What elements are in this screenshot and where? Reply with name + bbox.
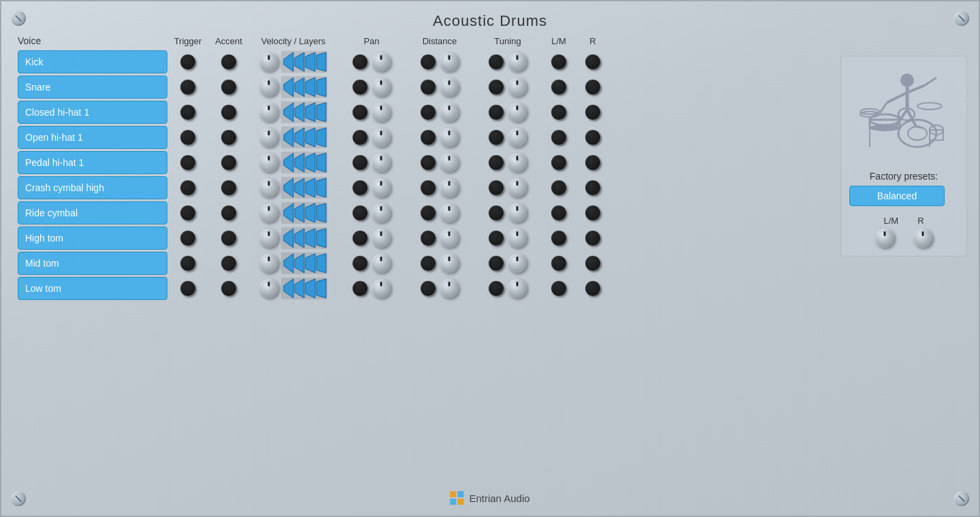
pan-small-8[interactable] [353, 256, 368, 271]
preset-balanced-button[interactable]: Balanced [849, 186, 945, 206]
pan-small-5[interactable] [353, 180, 368, 195]
tun-knob-9[interactable] [508, 279, 527, 298]
pan-small-6[interactable] [353, 205, 368, 220]
trigger-btn-3[interactable] [180, 130, 195, 145]
dist-small-0[interactable] [421, 54, 436, 69]
accent-btn-7[interactable] [221, 231, 236, 246]
velocity-knob-0[interactable] [259, 52, 278, 71]
tun-small-3[interactable] [489, 130, 504, 145]
r-btn-3[interactable] [585, 130, 600, 145]
trigger-btn-4[interactable] [180, 155, 195, 170]
tun-knob-3[interactable] [508, 128, 527, 147]
accent-btn-1[interactable] [221, 80, 236, 95]
pan-knob-0[interactable] [372, 52, 391, 71]
tun-knob-7[interactable] [508, 229, 527, 248]
dist-small-2[interactable] [421, 105, 436, 120]
dist-small-8[interactable] [421, 256, 436, 271]
tun-small-5[interactable] [489, 180, 504, 195]
lm-btn-2[interactable] [551, 105, 566, 120]
tun-small-1[interactable] [489, 80, 504, 95]
trigger-btn-2[interactable] [180, 105, 195, 120]
pan-small-1[interactable] [353, 80, 368, 95]
preset-lm-knob[interactable] [875, 229, 894, 248]
velocity-knob-1[interactable] [259, 78, 278, 97]
r-btn-6[interactable] [585, 205, 600, 220]
accent-btn-6[interactable] [221, 205, 236, 220]
trigger-btn-9[interactable] [180, 281, 195, 296]
velocity-knob-8[interactable] [259, 254, 278, 273]
r-btn-9[interactable] [585, 281, 600, 296]
trigger-btn-7[interactable] [180, 231, 195, 246]
dist-knob-3[interactable] [440, 128, 459, 147]
pan-small-3[interactable] [353, 130, 368, 145]
velocity-knob-4[interactable] [259, 153, 278, 172]
accent-btn-5[interactable] [221, 180, 236, 195]
voice-btn-0[interactable]: Kick [18, 50, 167, 73]
dist-knob-7[interactable] [440, 229, 459, 248]
pan-knob-3[interactable] [372, 128, 391, 147]
accent-btn-8[interactable] [221, 256, 236, 271]
r-btn-2[interactable] [585, 105, 600, 120]
lm-btn-8[interactable] [551, 256, 566, 271]
lm-btn-4[interactable] [551, 155, 566, 170]
voice-btn-9[interactable]: Low tom [18, 277, 167, 300]
lm-btn-7[interactable] [551, 231, 566, 246]
tun-knob-4[interactable] [508, 153, 527, 172]
velocity-knob-2[interactable] [259, 103, 278, 122]
dist-knob-1[interactable] [440, 78, 459, 97]
pan-knob-9[interactable] [372, 279, 391, 298]
tun-knob-6[interactable] [508, 203, 527, 222]
voice-btn-4[interactable]: Pedal hi-hat 1 [18, 151, 167, 174]
dist-small-9[interactable] [421, 281, 436, 296]
dist-knob-0[interactable] [440, 52, 459, 71]
voice-btn-3[interactable]: Open hi-hat 1 [18, 126, 167, 149]
trigger-btn-5[interactable] [180, 180, 195, 195]
velocity-knob-7[interactable] [259, 229, 278, 248]
velocity-knob-3[interactable] [259, 128, 278, 147]
lm-btn-9[interactable] [551, 281, 566, 296]
tun-knob-0[interactable] [508, 52, 527, 71]
velocity-knob-5[interactable] [259, 178, 278, 197]
trigger-btn-0[interactable] [180, 54, 195, 69]
pan-knob-2[interactable] [372, 103, 391, 122]
velocity-knob-6[interactable] [259, 203, 278, 222]
pan-small-7[interactable] [353, 231, 368, 246]
dist-small-4[interactable] [421, 155, 436, 170]
dist-small-3[interactable] [421, 130, 436, 145]
voice-btn-8[interactable]: Mid tom [18, 252, 167, 275]
pan-knob-5[interactable] [372, 178, 391, 197]
tun-small-6[interactable] [489, 205, 504, 220]
tun-knob-5[interactable] [508, 178, 527, 197]
dist-small-5[interactable] [421, 180, 436, 195]
voice-btn-5[interactable]: Crash cymbal high [18, 176, 167, 199]
voice-btn-7[interactable]: High tom [18, 227, 167, 250]
lm-btn-0[interactable] [551, 54, 566, 69]
accent-btn-2[interactable] [221, 105, 236, 120]
r-btn-1[interactable] [585, 80, 600, 95]
r-btn-4[interactable] [585, 155, 600, 170]
dist-knob-5[interactable] [440, 178, 459, 197]
trigger-btn-6[interactable] [180, 205, 195, 220]
voice-btn-1[interactable]: Snare [18, 76, 167, 99]
dist-small-7[interactable] [421, 231, 436, 246]
accent-btn-0[interactable] [221, 54, 236, 69]
lm-btn-5[interactable] [551, 180, 566, 195]
r-btn-8[interactable] [585, 256, 600, 271]
r-btn-0[interactable] [585, 54, 600, 69]
tun-knob-1[interactable] [508, 78, 527, 97]
pan-knob-4[interactable] [372, 153, 391, 172]
tun-small-2[interactable] [489, 105, 504, 120]
lm-btn-3[interactable] [551, 130, 566, 145]
preset-r-knob[interactable] [913, 229, 932, 248]
dist-knob-9[interactable] [440, 279, 459, 298]
dist-knob-4[interactable] [440, 153, 459, 172]
tun-small-7[interactable] [489, 231, 504, 246]
tun-small-0[interactable] [489, 54, 504, 69]
dist-small-6[interactable] [421, 205, 436, 220]
tun-small-8[interactable] [489, 256, 504, 271]
dist-knob-6[interactable] [440, 203, 459, 222]
pan-knob-8[interactable] [372, 254, 391, 273]
pan-small-9[interactable] [353, 281, 368, 296]
pan-small-4[interactable] [353, 155, 368, 170]
tun-knob-2[interactable] [508, 103, 527, 122]
